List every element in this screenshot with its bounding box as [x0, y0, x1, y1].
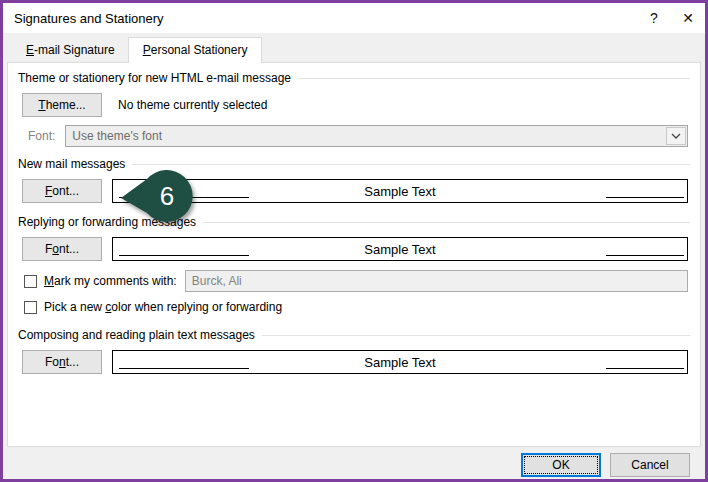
cancel-button-label: Cancel: [631, 458, 668, 472]
theme-font-combobox[interactable]: Use theme's font: [65, 125, 688, 147]
reply-forward-row: Font... Sample Text: [22, 237, 688, 261]
reply-forward-font-button[interactable]: Font...: [22, 237, 102, 261]
plain-text-row: Font... Sample Text: [22, 350, 688, 374]
group-caption-new-mail-text: New mail messages: [18, 157, 125, 171]
tab-personal-stationery-label: ersonal Stationery: [151, 43, 248, 57]
theme-button-label: heme...: [46, 98, 86, 112]
tab-strip: E-mail Signature Personal Stationery: [3, 33, 705, 62]
help-button[interactable]: ?: [637, 3, 671, 33]
pick-color-row: Pick a new color when replying or forwar…: [24, 300, 688, 314]
theme-font-label: Font:: [28, 129, 55, 143]
theme-row: Theme... No theme currently selected: [22, 93, 688, 117]
sample-text: Sample Text: [364, 242, 435, 257]
mark-comments-text: ark my comments with:: [54, 274, 177, 288]
signatures-and-stationery-dialog: Signatures and Stationery ? ✕ E-mail Sig…: [0, 0, 708, 482]
new-mail-font-button[interactable]: Font...: [22, 179, 102, 203]
plain-font-pre: Fo: [45, 355, 59, 369]
sample-text: Sample Text: [364, 355, 435, 370]
sample-line-right: [606, 368, 684, 369]
group-divider: [132, 164, 690, 165]
new-mail-sample-preview: Sample Text: [112, 179, 688, 203]
dialog-footer: OK Cancel: [3, 447, 705, 482]
theme-font-row: Font: Use theme's font: [28, 125, 688, 147]
group-caption-plain-text: Composing and reading plain text message…: [18, 328, 690, 342]
mark-comments-mnemonic: M: [44, 274, 54, 288]
tab-email-signature[interactable]: E-mail Signature: [13, 39, 128, 61]
theme-button-mnemonic: T: [38, 98, 45, 112]
sample-text: Sample Text: [364, 184, 435, 199]
sample-line-left: [119, 368, 249, 369]
mark-comments-value: Burck, Ali: [192, 274, 242, 288]
pick-color-checkbox[interactable]: [24, 301, 37, 314]
new-mail-row: Font... Sample Text 6: [22, 179, 688, 203]
tab-personal-stationery-mnemonic: P: [143, 43, 151, 57]
group-caption-plain-text-text: Composing and reading plain text message…: [18, 328, 255, 342]
ok-button-label: OK: [552, 458, 569, 472]
tab-email-signature-mnemonic: E: [26, 43, 34, 57]
new-mail-font-label: ont...: [52, 184, 79, 198]
tab-email-signature-label: -mail Signature: [34, 43, 115, 57]
theme-status-text: No theme currently selected: [118, 98, 267, 112]
ok-button[interactable]: OK: [521, 453, 601, 477]
combobox-dropdown-button[interactable]: [666, 127, 686, 145]
reply-forward-sample-preview: Sample Text: [112, 237, 688, 261]
sample-line-left: [119, 255, 249, 256]
group-caption-reply-forward-text: Replying or forwarding messages: [18, 215, 196, 229]
chevron-down-icon: [671, 133, 681, 139]
theme-button[interactable]: Theme...: [22, 93, 102, 117]
pick-color-text: olor when replying or forwarding: [111, 300, 282, 314]
group-divider: [298, 78, 690, 79]
tab-personal-stationery[interactable]: Personal Stationery: [128, 37, 263, 63]
theme-font-value: Use theme's font: [72, 129, 162, 143]
title-bar: Signatures and Stationery ? ✕: [3, 3, 705, 33]
plain-font-label: t...: [66, 355, 79, 369]
group-divider: [203, 222, 690, 223]
close-button[interactable]: ✕: [671, 3, 705, 33]
group-caption-theme: Theme or stationery for new HTML e-mail …: [18, 71, 690, 85]
plain-font-mnemonic: n: [59, 355, 66, 369]
group-caption-reply-forward: Replying or forwarding messages: [18, 215, 690, 229]
group-caption-theme-text: Theme or stationery for new HTML e-mail …: [18, 71, 291, 85]
sample-line-right: [606, 255, 684, 256]
sample-line-right: [606, 197, 684, 198]
plain-text-sample-preview: Sample Text: [112, 350, 688, 374]
group-divider: [262, 335, 690, 336]
mark-comments-field[interactable]: Burck, Ali: [185, 270, 688, 292]
close-icon: ✕: [682, 10, 694, 26]
mark-comments-label: Mark my comments with:: [44, 274, 177, 288]
group-caption-new-mail: New mail messages: [18, 157, 690, 171]
help-icon: ?: [650, 10, 658, 26]
cancel-button[interactable]: Cancel: [610, 453, 690, 477]
reply-font-mnemonic: o: [52, 242, 59, 256]
mark-comments-checkbox[interactable]: [24, 275, 37, 288]
mark-comments-row: Mark my comments with: Burck, Ali: [24, 270, 688, 292]
pick-color-label: Pick a new color when replying or forwar…: [44, 300, 282, 314]
plain-text-font-button[interactable]: Font...: [22, 350, 102, 374]
reply-font-label: nt...: [59, 242, 79, 256]
dialog-title: Signatures and Stationery: [3, 11, 637, 26]
pick-color-pre: Pick a new: [44, 300, 105, 314]
personal-stationery-page: Theme or stationery for new HTML e-mail …: [7, 62, 701, 447]
sample-line-left: [119, 197, 249, 198]
